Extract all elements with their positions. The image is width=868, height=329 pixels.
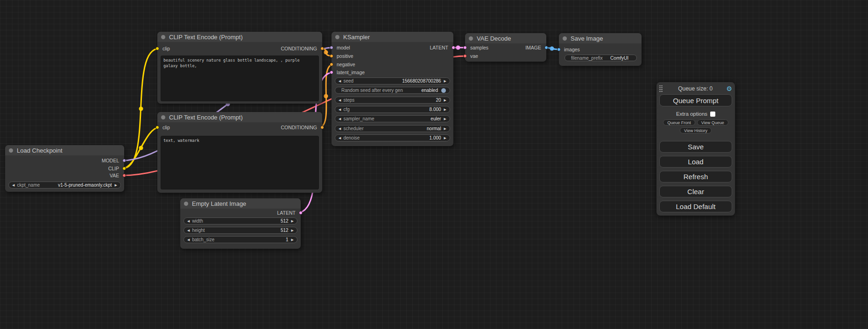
extra-options-checkbox[interactable]	[710, 112, 715, 117]
port-in-latent-image[interactable]	[330, 70, 333, 74]
increment-arrow-icon[interactable]: ▶	[115, 183, 117, 187]
widget-height[interactable]: ◀ height 512 ▶	[183, 227, 297, 234]
node-title-bar[interactable]: KSampler	[332, 32, 453, 42]
port-out-model[interactable]	[122, 159, 126, 162]
increment-arrow-icon[interactable]: ▶	[444, 117, 446, 121]
widget-steps[interactable]: ◀ steps 20 ▶	[335, 97, 450, 104]
decrement-arrow-icon[interactable]: ◀	[339, 108, 341, 112]
node-vae-decode[interactable]: VAE Decode samples IMAGE vae	[465, 33, 546, 62]
port-out-latent[interactable]	[452, 46, 455, 49]
node-title-bar[interactable]: Save Image	[559, 33, 642, 43]
input-row: positive	[332, 53, 453, 59]
node-title-bar[interactable]: CLIP Text Encode (Prompt)	[157, 32, 322, 42]
decrement-arrow-icon[interactable]: ◀	[187, 238, 190, 242]
node-empty-latent-image[interactable]: Empty Latent Image LATENT ◀ width 512 ▶ …	[180, 198, 301, 249]
port-out-conditioning[interactable]	[320, 47, 324, 50]
increment-arrow-icon[interactable]: ▶	[444, 108, 446, 112]
widget-seed[interactable]: ◀ seed 156680208700286 ▶	[335, 77, 450, 84]
collapse-dot-icon[interactable]	[161, 35, 165, 39]
collapse-dot-icon[interactable]	[563, 36, 567, 41]
load-button[interactable]: Load	[659, 156, 732, 168]
widget-value: 8.000	[430, 107, 441, 112]
increment-arrow-icon[interactable]: ▶	[444, 98, 446, 102]
output-row: CONDITIONING	[157, 124, 322, 131]
node-ksampler[interactable]: KSampler model LATENT positive negative …	[332, 32, 453, 146]
widget-label: ckpt_name	[17, 182, 40, 188]
node-clip-text-encode-positive[interactable]: CLIP Text Encode (Prompt) clip CONDITION…	[157, 32, 322, 104]
widget-filename-prefix[interactable]: filename_prefix ComfyUI	[565, 55, 637, 61]
node-title-bar[interactable]: Empty Latent Image	[180, 198, 301, 209]
port-in-vae[interactable]	[463, 54, 467, 58]
collapse-dot-icon[interactable]	[469, 36, 473, 41]
port-label: IMAGE	[525, 45, 541, 50]
widget-ckpt-name[interactable]: ◀ ckpt_name v1-5-pruned-emaonly.ckpt ▶	[8, 182, 121, 189]
widget-sampler-name[interactable]: ◀ sampler_name euler ▶	[335, 115, 450, 122]
widget-cfg[interactable]: ◀ cfg 8.000 ▶	[335, 106, 450, 113]
link-midpoint-dot	[324, 50, 328, 55]
widget-random-seed-toggle[interactable]: Random seed after every gen enabled	[335, 87, 450, 94]
decrement-arrow-icon[interactable]: ◀	[187, 229, 190, 232]
increment-arrow-icon[interactable]: ▶	[444, 136, 446, 140]
port-out-image[interactable]	[544, 46, 548, 49]
prompt-textarea[interactable]: beautiful scenery nature glass bottle la…	[161, 56, 319, 101]
view-history-button[interactable]: View History	[680, 127, 712, 133]
collapse-dot-icon[interactable]	[161, 115, 165, 119]
collapse-dot-icon[interactable]	[184, 202, 188, 206]
toggle-enabled-icon[interactable]	[441, 88, 446, 93]
decrement-arrow-icon[interactable]: ◀	[339, 79, 341, 83]
port-out-clip[interactable]	[122, 167, 126, 170]
node-graph-canvas[interactable]: Load Checkpoint MODEL CLIP VAE ◀ ckpt_na…	[0, 0, 868, 329]
prompt-textarea[interactable]: text, watermark	[161, 136, 319, 189]
node-clip-text-encode-negative[interactable]: CLIP Text Encode (Prompt) clip CONDITION…	[157, 112, 322, 193]
port-out-latent[interactable]	[299, 211, 303, 215]
port-label: latent_image	[337, 70, 365, 75]
increment-arrow-icon[interactable]: ▶	[291, 219, 294, 223]
queue-panel[interactable]: Queue size: 0 ⚙ Queue Prompt Extra optio…	[656, 82, 735, 216]
output-row: LATENT	[332, 44, 453, 51]
port-out-vae[interactable]	[122, 174, 126, 177]
queue-front-button[interactable]: Queue Front	[663, 119, 695, 126]
increment-arrow-icon[interactable]: ▶	[291, 238, 294, 242]
decrement-arrow-icon[interactable]: ◀	[339, 127, 341, 131]
widget-scheduler[interactable]: ◀ scheduler normal ▶	[335, 125, 450, 132]
increment-arrow-icon[interactable]: ▶	[444, 127, 446, 131]
decrement-arrow-icon[interactable]: ◀	[187, 219, 190, 223]
widget-value: v1-5-pruned-emaonly.ckpt	[58, 182, 112, 188]
view-queue-button[interactable]: View Queue	[697, 119, 728, 126]
decrement-arrow-icon[interactable]: ◀	[339, 136, 341, 140]
node-title-bar[interactable]: VAE Decode	[465, 33, 546, 43]
port-in-negative[interactable]	[330, 63, 333, 66]
widget-denoise[interactable]: ◀ denoise 1.000 ▶	[335, 134, 450, 141]
decrement-arrow-icon[interactable]: ◀	[339, 117, 341, 121]
input-row: latent_image	[332, 69, 453, 76]
port-in-positive[interactable]	[330, 54, 333, 58]
port-in-images[interactable]	[557, 48, 561, 51]
widget-value: 156680208700286	[402, 78, 441, 84]
port-out-conditioning[interactable]	[320, 126, 324, 129]
output-row: IMAGE	[465, 44, 546, 51]
node-save-image[interactable]: Save Image images filename_prefix ComfyU…	[559, 33, 642, 66]
link-midpoint-dot	[550, 47, 554, 51]
increment-arrow-icon[interactable]: ▶	[291, 229, 294, 232]
collapse-dot-icon[interactable]	[9, 148, 13, 153]
collapse-dot-icon[interactable]	[335, 35, 339, 39]
port-label: CONDITIONING	[281, 46, 317, 51]
node-load-checkpoint[interactable]: Load Checkpoint MODEL CLIP VAE ◀ ckpt_na…	[5, 145, 124, 192]
load-default-button[interactable]: Load Default	[659, 201, 732, 212]
node-title-bar[interactable]: CLIP Text Encode (Prompt)	[157, 112, 322, 122]
drag-handle-icon[interactable]	[658, 85, 663, 92]
queue-prompt-button[interactable]: Queue Prompt	[659, 94, 732, 106]
save-button[interactable]: Save	[659, 141, 732, 153]
node-title-bar[interactable]: Load Checkpoint	[5, 145, 124, 155]
widget-batch-size[interactable]: ◀ batch_size 1 ▶	[183, 236, 297, 243]
widget-value: enabled	[421, 88, 438, 93]
widget-label: batch_size	[192, 237, 214, 242]
widget-width[interactable]: ◀ width 512 ▶	[183, 217, 297, 224]
clear-button[interactable]: Clear	[659, 186, 732, 197]
node-title: Load Checkpoint	[17, 147, 63, 154]
decrement-arrow-icon[interactable]: ◀	[12, 183, 14, 187]
refresh-button[interactable]: Refresh	[659, 171, 732, 182]
decrement-arrow-icon[interactable]: ◀	[339, 98, 341, 102]
settings-gear-icon[interactable]: ⚙	[726, 85, 732, 92]
increment-arrow-icon[interactable]: ▶	[444, 79, 446, 83]
